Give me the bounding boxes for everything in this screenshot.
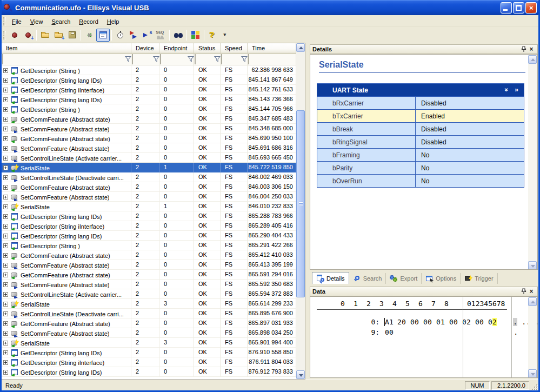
- expand-button[interactable]: [3, 185, 8, 190]
- scroll-down-button[interactable]: [296, 370, 305, 379]
- expand-button[interactable]: [3, 68, 8, 73]
- menu-record[interactable]: Record: [75, 17, 102, 26]
- record-new-button[interactable]: +: [21, 29, 35, 42]
- instant-view-button[interactable]: [96, 29, 110, 42]
- app-icon[interactable]: [3, 3, 12, 12]
- expand-button[interactable]: [3, 165, 8, 170]
- navigate-arrows-button[interactable]: [83, 29, 96, 42]
- tab-trigger[interactable]: Trigger: [461, 273, 497, 284]
- table-row[interactable]: SetCommFeature (Abstract state) 2 0 OK F…: [2, 192, 296, 202]
- data-close-button[interactable]: ×: [528, 288, 535, 295]
- tab-search[interactable]: Search: [349, 273, 386, 284]
- scroll-up-button[interactable]: [296, 43, 305, 52]
- open-add-button[interactable]: +: [52, 29, 65, 42]
- expand-button[interactable]: [3, 146, 8, 151]
- table-row[interactable]: GetCommFeature (Abstract state) 2 0 OK F…: [2, 318, 296, 328]
- column-header-endpoint[interactable]: Endpoint: [159, 43, 194, 54]
- expand-button[interactable]: [3, 234, 8, 238]
- details-scroll-down-button[interactable]: [528, 261, 537, 270]
- table-row[interactable]: SerialState 2 3 OK FS 865.614 299 233: [2, 299, 296, 309]
- details-close-button[interactable]: ×: [528, 45, 535, 53]
- table-row[interactable]: SetControlLineState (Deactivate carri...…: [2, 309, 296, 318]
- table-row[interactable]: SetCommFeature (Abstract state) 2 0 OK F…: [2, 143, 296, 153]
- expand-button[interactable]: [3, 360, 8, 365]
- expand-button[interactable]: [3, 263, 8, 268]
- details-scrollbar[interactable]: [528, 55, 537, 270]
- expand-button[interactable]: [3, 88, 8, 92]
- column-header-item[interactable]: Item: [2, 43, 131, 54]
- expand-button[interactable]: [3, 331, 8, 336]
- table-row[interactable]: GetDescriptor (String iInterface) 2 0 OK…: [2, 221, 296, 231]
- filter-funnel-icon[interactable]: [0, 56, 2, 63]
- data-scrollbar[interactable]: [528, 297, 537, 378]
- expand-button[interactable]: [3, 243, 8, 248]
- menubar-grip[interactable]: [3, 17, 6, 25]
- filter-input-item[interactable]: Enter text here: [2, 54, 3, 64]
- table-row[interactable]: SerialState 2 3 OK FS 865.901 994 400: [2, 338, 296, 348]
- expand-button[interactable]: [3, 321, 8, 326]
- table-row[interactable]: GetDescriptor (String lang IDs) 2 0 OK F…: [2, 211, 296, 221]
- go-transfer-button[interactable]: s: [141, 29, 154, 42]
- expand-button[interactable]: [3, 78, 8, 83]
- filter-funnel-icon[interactable]: [124, 56, 132, 63]
- filter-funnel-icon[interactable]: [214, 56, 221, 63]
- menu-help[interactable]: Help: [103, 17, 124, 26]
- expand-button[interactable]: [3, 204, 8, 209]
- expand-button[interactable]: [3, 156, 8, 161]
- open-button[interactable]: [38, 29, 52, 42]
- toolbar-options-button[interactable]: ▾: [219, 29, 233, 42]
- save-button[interactable]: [65, 29, 79, 42]
- menu-search[interactable]: Search: [47, 17, 75, 26]
- pin-button[interactable]: [520, 288, 528, 295]
- table-row[interactable]: GetCommFeature (Abstract state) 2 0 OK F…: [2, 250, 296, 260]
- display-options-button[interactable]: [189, 29, 202, 42]
- table-row[interactable]: GetDescriptor (String lang IDs) 2 0 OK F…: [2, 75, 296, 85]
- table-row[interactable]: GetDescriptor (String lang IDs) 2 0 OK F…: [2, 231, 296, 241]
- table-row[interactable]: SetCommFeature (Abstract state) 2 0 OK F…: [2, 328, 296, 338]
- table-row[interactable]: GetCommFeature (Abstract state) 2 0 OK F…: [2, 134, 296, 143]
- minimize-button[interactable]: [501, 2, 512, 14]
- grid-vertical-scrollbar[interactable]: [296, 43, 305, 379]
- expand-button[interactable]: [3, 311, 8, 316]
- expand-button[interactable]: [3, 136, 8, 141]
- tab-details[interactable]: Details: [312, 272, 349, 284]
- filter-funnel-icon[interactable]: [152, 56, 160, 63]
- table-row[interactable]: SetControlLineState (Activate carrier...…: [2, 289, 296, 299]
- table-row[interactable]: GetDescriptor (String ) 2 0 OK FS 62.386…: [2, 65, 296, 75]
- expand-button[interactable]: [3, 127, 8, 131]
- hex-data-view[interactable]: 012345678012345678 0:A12000000100020002.…: [310, 296, 538, 378]
- table-row[interactable]: GetCommFeature (Abstract state) 2 0 OK F…: [2, 114, 296, 124]
- tab-export[interactable]: Export: [386, 273, 422, 284]
- table-row[interactable]: GetCommFeature (Abstract state) 2 0 OK F…: [2, 270, 296, 280]
- table-row[interactable]: GetDescriptor (String iInterface) 2 0 OK…: [2, 357, 296, 367]
- resize-grip[interactable]: [531, 383, 538, 390]
- table-row[interactable]: GetDescriptor (String ) 2 0 OK FS 865.29…: [2, 241, 296, 250]
- expand-section-icon[interactable]: »: [515, 86, 518, 94]
- expand-button[interactable]: [3, 273, 8, 277]
- filter-input-speed[interactable]: E...: [221, 54, 222, 64]
- filter-input-endpoint[interactable]: Ent...: [160, 54, 161, 64]
- pin-button[interactable]: [520, 45, 528, 53]
- table-row[interactable]: SetCommFeature (Abstract state) 2 0 OK F…: [2, 124, 296, 134]
- table-row[interactable]: GetDescriptor (String lang IDs) 2 0 OK F…: [2, 367, 296, 377]
- table-row[interactable]: SetCommFeature (Abstract state) 2 0 OK F…: [2, 280, 296, 289]
- record-button[interactable]: [8, 29, 21, 42]
- column-header-device[interactable]: Device: [131, 43, 159, 54]
- table-row[interactable]: SetControlLineState (Deactivate carri...…: [2, 172, 296, 182]
- filter-funnel-icon[interactable]: [241, 56, 248, 63]
- expand-button[interactable]: [3, 282, 8, 287]
- maximize-button[interactable]: [513, 2, 524, 14]
- close-button[interactable]: ×: [525, 2, 537, 14]
- column-header-time[interactable]: Time: [248, 43, 296, 54]
- data-scroll-down-button[interactable]: [528, 369, 537, 378]
- expand-button[interactable]: [3, 195, 8, 200]
- expand-button[interactable]: [3, 253, 8, 258]
- scroll-thumb[interactable]: [296, 110, 305, 297]
- expand-button[interactable]: [3, 341, 8, 346]
- expand-button[interactable]: [3, 97, 8, 102]
- go-transaction-button[interactable]: [127, 29, 141, 42]
- sequencer-button[interactable]: SEQ: [154, 29, 168, 42]
- filter-input-status[interactable]: E...: [195, 54, 196, 64]
- table-row[interactable]: GetDescriptor (String lang IDs) 2 0 OK F…: [2, 95, 296, 104]
- expand-button[interactable]: [3, 224, 8, 229]
